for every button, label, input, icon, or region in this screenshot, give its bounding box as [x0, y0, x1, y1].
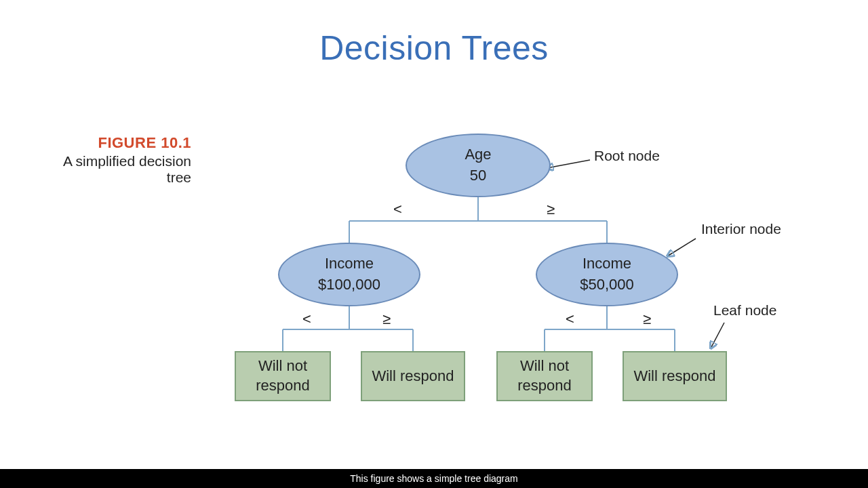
left-op-lt: < — [302, 310, 311, 328]
right-op-lt: < — [566, 310, 574, 328]
root-node-line2: 50 — [470, 165, 486, 186]
interior-right-line2: $50,000 — [580, 274, 634, 296]
root-op-ge: ≥ — [547, 201, 555, 218]
svg-line-13 — [667, 239, 696, 256]
interior-node-left: Income $100,000 — [278, 243, 420, 306]
interior-right-line1: Income — [583, 253, 631, 274]
svg-line-14 — [711, 323, 724, 348]
tree-connectors — [0, 0, 868, 488]
annotation-arrows — [0, 0, 868, 488]
slide-title: Decision Trees — [0, 28, 868, 68]
annotation-interior: Interior node — [701, 221, 781, 237]
left-op-ge: ≥ — [382, 310, 391, 328]
interior-node-right: Income $50,000 — [536, 243, 678, 306]
right-op-ge: ≥ — [643, 310, 651, 328]
svg-line-12 — [547, 160, 590, 168]
figure-caption: A simplified decision tree — [56, 153, 191, 186]
root-node: Age 50 — [406, 134, 551, 197]
leaf-node-2: Will respond — [361, 351, 465, 401]
footer-text: This figure shows a simple tree diagram — [350, 473, 517, 484]
annotation-leaf: Leaf node — [713, 302, 776, 319]
leaf2-line1: Will respond — [372, 367, 454, 386]
leaf3-line2: respond — [517, 376, 572, 396]
root-node-line1: Age — [465, 144, 491, 165]
leaf-node-1: Will not respond — [235, 351, 331, 401]
interior-left-line1: Income — [325, 253, 374, 274]
figure-label-block: FIGURE 10.1 A simplified decision tree — [56, 134, 191, 186]
leaf3-line1: Will not — [520, 357, 569, 376]
figure-number: FIGURE 10.1 — [56, 134, 191, 152]
footer-bar: This figure shows a simple tree diagram — [0, 469, 868, 488]
root-op-lt: < — [393, 201, 402, 218]
interior-left-line2: $100,000 — [318, 274, 380, 296]
leaf1-line1: Will not — [258, 357, 307, 376]
leaf-node-4: Will respond — [623, 351, 727, 401]
leaf-node-3: Will not respond — [496, 351, 593, 401]
leaf1-line2: respond — [256, 376, 310, 396]
annotation-root: Root node — [594, 148, 660, 164]
leaf4-line1: Will respond — [633, 367, 715, 386]
